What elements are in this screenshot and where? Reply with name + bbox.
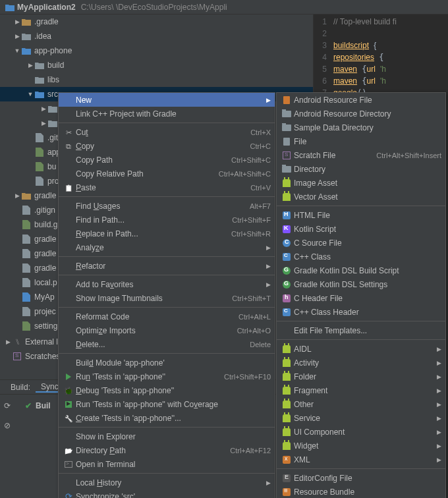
menu-item[interactable]: Widget▶ bbox=[277, 439, 445, 453]
menu-item[interactable]: Run 'Tests in 'app-phone'' with Coverage bbox=[59, 397, 275, 411]
tree-item[interactable]: ▶build bbox=[0, 58, 313, 72]
menu-item[interactable]: Other▶ bbox=[277, 397, 445, 411]
menu-item[interactable]: Show in Explorer bbox=[59, 429, 275, 443]
menu-item[interactable]: Run 'Tests in 'app-phone''Ctrl+Shift+F10 bbox=[59, 370, 275, 383]
menu-item[interactable]: EditorConfig File bbox=[277, 471, 445, 485]
editor-line[interactable]: 6 maven {url 'h bbox=[314, 75, 448, 87]
editor-line[interactable]: 3buildscript { bbox=[314, 40, 448, 51]
expand-arrow-icon[interactable]: ▶ bbox=[26, 62, 34, 69]
menu-item[interactable]: Directory PathCtrl+Alt+F12 bbox=[59, 443, 275, 457]
menu-item[interactable]: PasteCtrl+V bbox=[59, 180, 275, 194]
editor-line[interactable]: 4 repositories { bbox=[314, 51, 448, 63]
menu-item-label: C++ Class Header bbox=[293, 308, 441, 317]
menu-item[interactable]: Delete...Delete bbox=[59, 337, 275, 351]
menu-item[interactable]: Android Resource Directory bbox=[277, 107, 445, 121]
menu-item-label: Sample Data Directory bbox=[293, 123, 441, 132]
breadcrumb-project[interactable]: MyApplication2 bbox=[3, 3, 78, 12]
menu-item[interactable]: Link C++ Project with Gradle bbox=[59, 107, 275, 121]
line-number: 5 bbox=[314, 65, 333, 74]
expand-arrow-icon[interactable]: ▶ bbox=[13, 192, 21, 199]
menu-item[interactable]: File bbox=[277, 134, 445, 148]
menu-item[interactable]: Refactor▶ bbox=[59, 259, 275, 273]
menu-item[interactable]: Edit File Templates... bbox=[277, 323, 445, 337]
menu-item[interactable]: Synchronize 'src' bbox=[59, 489, 275, 498]
menu-item-label: Run 'Tests in 'app-phone'' with Coverage bbox=[74, 400, 271, 409]
menu-item[interactable]: CutCtrl+X bbox=[59, 125, 275, 139]
menu-item[interactable]: Service▶ bbox=[277, 411, 445, 425]
menu-item-label: Gradle Kotlin DSL Build Script bbox=[293, 266, 441, 275]
menu-item[interactable]: Sample Data Directory bbox=[277, 121, 445, 134]
menu-separator bbox=[277, 206, 445, 206]
folder-gold-icon bbox=[21, 190, 32, 201]
menu-separator bbox=[277, 468, 445, 469]
editor-line[interactable]: 1// Top-level build fi bbox=[314, 16, 448, 28]
menu-item[interactable]: Optimize ImportsCtrl+Alt+O bbox=[59, 323, 275, 337]
menu-item[interactable]: Resource Bundle bbox=[277, 485, 445, 498]
menu-item[interactable]: Local History▶ bbox=[59, 476, 275, 489]
menu-item[interactable]: HTML File bbox=[277, 208, 445, 222]
menu-item[interactable]: AIDL▶ bbox=[277, 342, 445, 356]
menu-item[interactable]: Open in Terminal bbox=[59, 457, 275, 471]
icon-scratch-icon bbox=[281, 152, 293, 159]
menu-item[interactable]: XML▶ bbox=[277, 453, 445, 466]
scratches-icon bbox=[12, 351, 22, 362]
menu-item[interactable]: Replace in Path...Ctrl+Shift+R bbox=[59, 227, 275, 240]
menu-item[interactable]: Fragment▶ bbox=[277, 383, 445, 397]
menu-item[interactable]: Find UsagesAlt+F7 bbox=[59, 199, 275, 213]
tree-item[interactable]: ▼app-phone bbox=[0, 43, 313, 58]
menu-shortcut: Ctrl+X bbox=[250, 128, 271, 136]
menu-item[interactable]: Build Module 'app-phone' bbox=[59, 356, 275, 370]
menu-item[interactable]: Vector Asset bbox=[277, 190, 445, 204]
menu-item-label: Refactor bbox=[74, 262, 263, 271]
stop-icon[interactable]: ⊘ bbox=[4, 421, 14, 431]
tree-item[interactable]: ▶.idea bbox=[0, 29, 313, 43]
build-status-row[interactable]: ✔ Buil bbox=[25, 401, 51, 410]
folder-dark-icon bbox=[34, 60, 45, 70]
menu-item[interactable]: Directory bbox=[277, 162, 445, 176]
expand-arrow-icon[interactable]: ▼ bbox=[13, 47, 21, 54]
tree-item[interactable]: libs bbox=[0, 72, 313, 87]
menu-item[interactable]: C++ Class Header bbox=[277, 305, 445, 319]
sync-icon[interactable]: ⟳ bbox=[4, 401, 14, 412]
menu-item[interactable]: Find in Path...Ctrl+Shift+F bbox=[59, 213, 275, 227]
menu-item[interactable]: Android Resource File bbox=[277, 93, 445, 107]
menu-item[interactable]: Create 'Tests in 'app-phone''... bbox=[59, 411, 275, 425]
menu-item[interactable]: C Header File bbox=[277, 291, 445, 305]
menu-item[interactable]: Folder▶ bbox=[277, 370, 445, 383]
expand-arrow-icon[interactable]: ▶ bbox=[13, 33, 21, 40]
menu-item[interactable]: Copy PathCtrl+Shift+C bbox=[59, 153, 275, 167]
menu-item[interactable]: Debug 'Tests in 'app-phone'' bbox=[59, 383, 275, 397]
context-menu[interactable]: New▶Link C++ Project with GradleCutCtrl+… bbox=[58, 92, 275, 498]
menu-item-label: Analyze bbox=[74, 243, 263, 252]
menu-item-label: Cut bbox=[74, 128, 250, 137]
menu-item[interactable]: UI Component▶ bbox=[277, 425, 445, 439]
menu-item[interactable]: Show Image ThumbnailsCtrl+Shift+T bbox=[59, 291, 275, 305]
menu-item-label: C++ Class bbox=[293, 252, 441, 262]
menu-item[interactable]: New▶ bbox=[59, 93, 275, 107]
menu-item[interactable]: Gradle Kotlin DSL Build Script bbox=[277, 263, 445, 277]
menu-item[interactable]: C++ Class bbox=[277, 250, 445, 263]
menu-item[interactable]: Activity▶ bbox=[277, 356, 445, 370]
menu-item[interactable]: Image Asset bbox=[277, 176, 445, 190]
menu-item[interactable]: Reformat CodeCtrl+Alt+L bbox=[59, 310, 275, 323]
menu-shortcut: Delete bbox=[250, 341, 271, 348]
editor-line[interactable]: 2 bbox=[314, 28, 448, 40]
menu-shortcut: Ctrl+Shift+F bbox=[232, 216, 271, 224]
expand-arrow-icon[interactable]: ▶ bbox=[40, 105, 47, 112]
menu-item[interactable]: Kotlin Script bbox=[277, 222, 445, 236]
menu-item[interactable]: CopyCtrl+C bbox=[59, 139, 275, 153]
menu-item-label: Fragment bbox=[293, 386, 434, 395]
new-submenu[interactable]: Android Resource FileAndroid Resource Di… bbox=[276, 92, 446, 498]
menu-item[interactable]: C Source File bbox=[277, 236, 445, 250]
build-label: Build: bbox=[5, 383, 36, 392]
menu-item[interactable]: Add to Favorites▶ bbox=[59, 277, 275, 291]
menu-item[interactable]: Copy Relative PathCtrl+Alt+Shift+C bbox=[59, 167, 275, 180]
tree-item[interactable]: ▶.gradle bbox=[0, 14, 313, 29]
expand-arrow-icon[interactable]: ▼ bbox=[26, 91, 34, 97]
editor-line[interactable]: 5 maven {url 'h bbox=[314, 63, 448, 75]
expand-arrow-icon[interactable]: ▶ bbox=[40, 120, 47, 126]
menu-item[interactable]: Analyze▶ bbox=[59, 240, 275, 254]
menu-item[interactable]: Scratch FileCtrl+Alt+Shift+Insert bbox=[277, 148, 445, 162]
expand-arrow-icon[interactable]: ▶ bbox=[13, 18, 21, 25]
menu-item[interactable]: Gradle Kotlin DSL Settings bbox=[277, 277, 445, 291]
